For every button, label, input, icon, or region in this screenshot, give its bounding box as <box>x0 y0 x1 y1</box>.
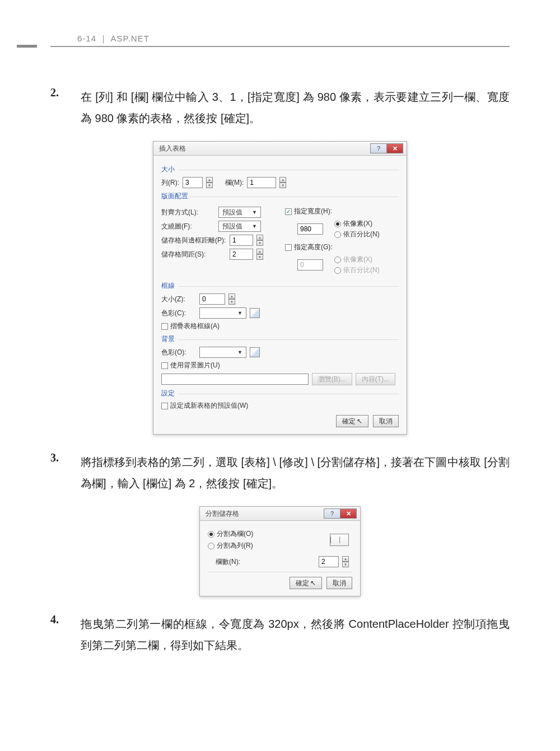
rows-input[interactable] <box>183 177 203 188</box>
rows-label: 列(R): <box>161 178 179 188</box>
step-text: 在 [列] 和 [欄] 欄位中輸入 3、1，[指定寬度] 為 980 像素，表示… <box>81 86 510 129</box>
group-border-label: 框線 <box>161 281 399 291</box>
width-pct-radio[interactable] <box>334 231 341 238</box>
step-number: 3. <box>50 451 81 494</box>
border-color-combo[interactable]: ▼ <box>199 307 246 319</box>
close-button[interactable]: ✕ <box>386 143 403 153</box>
set-default-checkbox[interactable] <box>161 403 168 409</box>
count-spinner[interactable]: ▲▼ <box>342 556 349 567</box>
padding-label: 儲存格與邊框距離(P): <box>161 236 226 245</box>
rows-spinner[interactable]: ▲▼ <box>206 177 213 188</box>
bg-image-path-input[interactable] <box>161 374 309 385</box>
spec-width-checkbox[interactable] <box>285 208 292 215</box>
spec-width-label: 指定寬度(H): <box>294 207 332 216</box>
cursor-icon: ↖ <box>310 579 316 587</box>
bg-color-swatch[interactable] <box>250 347 260 357</box>
ok-button[interactable]: 確定↖ <box>290 577 322 589</box>
border-color-swatch[interactable] <box>250 308 260 318</box>
dialog-title: 分割儲存格 <box>206 509 239 519</box>
group-bg-label: 背景 <box>161 334 399 344</box>
step-3: 3. 將指標移到表格的第二列，選取 [表格] \ [修改] \ [分割儲存格]，… <box>50 451 510 494</box>
step-2: 2. 在 [列] 和 [欄] 欄位中輸入 3、1，[指定寬度] 為 980 像素… <box>50 86 510 129</box>
split-row-radio[interactable] <box>208 543 214 549</box>
page-header: 6-14 ｜ ASP.NET <box>50 34 510 47</box>
step-4: 4. 拖曳第二列第一欄的框線，令寬度為 320px，然後將 ContentPla… <box>50 613 510 656</box>
spec-height-label: 指定高度(G): <box>294 242 333 252</box>
bg-image-checkbox[interactable] <box>161 362 168 369</box>
insert-table-dialog: 插入表格 ? ✕ 大小 列(R): ▲▼ 欄(M): ▲▼ 版面配置 <box>153 141 407 435</box>
split-col-label: 分割為欄(O) <box>217 529 253 539</box>
group-setting-label: 設定 <box>161 389 399 398</box>
close-button[interactable]: ✕ <box>340 509 357 519</box>
group-size-label: 大小 <box>161 165 399 174</box>
border-size-label: 大小(Z): <box>161 295 196 304</box>
height-pct-label: 依百分比(N) <box>343 265 380 275</box>
split-row-label: 分割為列(R) <box>217 541 253 551</box>
width-input[interactable] <box>297 223 323 235</box>
spacing-label: 儲存格間距(S): <box>161 250 226 259</box>
step-text: 將指標移到表格的第二列，選取 [表格] \ [修改] \ [分割儲存格]，接著在… <box>81 451 510 494</box>
border-color-label: 色彩(C): <box>161 309 196 318</box>
content-button[interactable]: 內容(T)... <box>356 373 395 385</box>
float-label: 文繞圖(F): <box>161 222 215 231</box>
browse-button[interactable]: 瀏覽(B)... <box>312 373 352 385</box>
width-pct-label: 依百分比(N) <box>343 230 380 239</box>
step-text: 拖曳第二列第一欄的框線，令寬度為 320px，然後將 ContentPlaceH… <box>81 613 510 656</box>
cancel-button[interactable]: 取消 <box>373 415 399 427</box>
border-size-input[interactable] <box>199 293 225 305</box>
step-number: 4. <box>50 613 81 656</box>
height-pct-radio[interactable] <box>334 267 341 274</box>
header-title: ASP.NET <box>111 34 150 43</box>
collapse-checkbox[interactable] <box>161 323 168 330</box>
cols-spinner[interactable]: ▲▼ <box>279 177 286 188</box>
split-cell-dialog: 分割儲存格 ? ✕ 分割為欄(O) 分割為列(R) <box>199 506 361 596</box>
border-size-spinner[interactable]: ▲▼ <box>228 293 235 305</box>
split-preview-icon <box>330 534 349 546</box>
help-button[interactable]: ? <box>370 143 387 153</box>
spacing-spinner[interactable]: ▲▼ <box>256 249 263 260</box>
ok-button[interactable]: 確定↖ <box>336 415 368 427</box>
step-number: 2. <box>50 86 81 129</box>
split-col-radio[interactable] <box>208 531 214 538</box>
spec-height-checkbox[interactable] <box>285 244 292 251</box>
bg-color-label: 色彩(O): <box>161 348 196 357</box>
align-label: 對齊方式(L): <box>161 208 215 217</box>
cols-input[interactable] <box>247 177 276 188</box>
spacing-input[interactable] <box>230 249 253 260</box>
height-input[interactable] <box>297 259 323 270</box>
dialog-title: 插入表格 <box>159 144 186 153</box>
count-label: 欄數(N): <box>208 557 247 567</box>
collapse-label: 摺疊表格框線(A) <box>170 321 220 331</box>
set-default-label: 設定成新表格的預設值(W) <box>170 401 248 411</box>
bg-image-label: 使用背景圖片(U) <box>170 361 220 370</box>
align-combo[interactable]: 預設值▼ <box>218 207 261 218</box>
cancel-button[interactable]: 取消 <box>326 577 352 589</box>
bg-color-combo[interactable]: ▼ <box>199 347 246 358</box>
float-combo[interactable]: 預設值▼ <box>218 221 261 232</box>
count-input[interactable] <box>319 556 339 567</box>
group-layout-label: 版面配置 <box>161 192 399 201</box>
height-px-label: 依像素(X) <box>343 255 372 264</box>
cols-label: 欄(M): <box>225 178 244 188</box>
help-button[interactable]: ? <box>324 509 340 519</box>
padding-input[interactable] <box>230 235 253 246</box>
page-number: 6-14 <box>77 34 96 43</box>
width-px-radio[interactable] <box>334 221 341 227</box>
padding-spinner[interactable]: ▲▼ <box>256 235 263 246</box>
width-px-label: 依像素(X) <box>343 219 372 228</box>
cursor-icon: ↖ <box>357 417 362 425</box>
height-px-radio[interactable] <box>334 256 341 263</box>
